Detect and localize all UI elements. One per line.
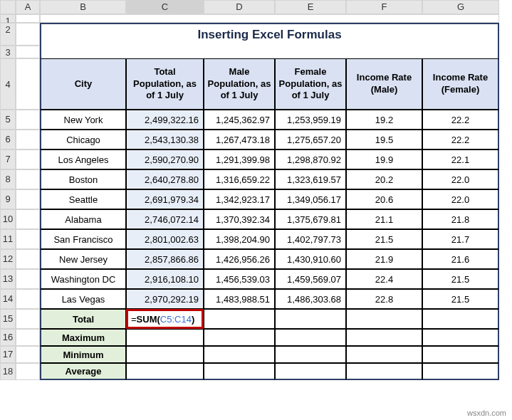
row-header-17[interactable]: 17 (0, 346, 16, 363)
cell-im-5[interactable]: 19.2 (346, 110, 422, 130)
cell-total-8[interactable]: 2,640,278.80 (126, 169, 204, 189)
row-header-3[interactable]: 3 (0, 46, 16, 58)
row-header-8[interactable]: 8 (0, 169, 16, 189)
cell-im-9[interactable]: 20.6 (346, 189, 422, 209)
cell-D18[interactable] (204, 363, 275, 380)
cell-male-6[interactable]: 1,267,473.18 (204, 130, 275, 149)
col-header-F[interactable]: F (346, 0, 422, 14)
row-header-2[interactable]: 2 (0, 23, 16, 46)
cell-male-11[interactable]: 1,398,204.90 (204, 229, 275, 249)
cell-C17[interactable] (126, 346, 204, 363)
cell-if-10[interactable]: 21.8 (422, 209, 499, 229)
col-header-A[interactable]: A (16, 0, 40, 14)
cell-if-14[interactable]: 21.5 (422, 289, 499, 309)
cell-im-7[interactable]: 19.9 (346, 149, 422, 169)
cell-male-12[interactable]: 1,426,956.26 (204, 249, 275, 269)
cell-A2[interactable] (16, 23, 40, 46)
cell-city-9[interactable]: Seattle (40, 189, 126, 209)
cell-E15[interactable] (275, 309, 346, 329)
col-header-B[interactable]: B (40, 0, 126, 14)
cell-A8[interactable] (16, 169, 40, 189)
cell-A11[interactable] (16, 229, 40, 249)
cell-if-13[interactable]: 21.5 (422, 269, 499, 289)
cell-A9[interactable] (16, 189, 40, 209)
row-header-13[interactable]: 13 (0, 269, 16, 289)
cell-A6[interactable] (16, 130, 40, 149)
cell-F16[interactable] (346, 329, 422, 346)
cell-A10[interactable] (16, 209, 40, 229)
cell-G15[interactable] (422, 309, 499, 329)
cell-total-5[interactable]: 2,499,322.16 (126, 110, 204, 130)
cell-E16[interactable] (275, 329, 346, 346)
cell-A3[interactable] (16, 46, 40, 58)
cell-E17[interactable] (275, 346, 346, 363)
row-header-6[interactable]: 6 (0, 130, 16, 149)
cell-im-13[interactable]: 22.4 (346, 269, 422, 289)
cell-city-13[interactable]: Washington DC (40, 269, 126, 289)
formula-cell-C15[interactable]: =SUM(C5:C14) (126, 309, 204, 329)
row-header-5[interactable]: 5 (0, 110, 16, 130)
cell-F17[interactable] (346, 346, 422, 363)
row-header-16[interactable]: 16 (0, 329, 16, 346)
cell-B1-G1[interactable] (40, 14, 499, 23)
cell-A18[interactable] (16, 363, 40, 380)
row-header-9[interactable]: 9 (0, 189, 16, 209)
cell-if-5[interactable]: 22.2 (422, 110, 499, 130)
cell-city-5[interactable]: New York (40, 110, 126, 130)
cell-if-6[interactable]: 22.2 (422, 130, 499, 149)
cell-D16[interactable] (204, 329, 275, 346)
cell-male-8[interactable]: 1,316,659.22 (204, 169, 275, 189)
cell-city-6[interactable]: Chicago (40, 130, 126, 149)
row-header-12[interactable]: 12 (0, 249, 16, 269)
cell-female-13[interactable]: 1,459,569.07 (275, 269, 346, 289)
cell-F15[interactable] (346, 309, 422, 329)
cell-im-6[interactable]: 19.5 (346, 130, 422, 149)
cell-total-14[interactable]: 2,970,292.19 (126, 289, 204, 309)
cell-A13[interactable] (16, 269, 40, 289)
cell-total-13[interactable]: 2,916,108.10 (126, 269, 204, 289)
row-header-1[interactable]: 1 (0, 14, 16, 23)
cell-A17[interactable] (16, 346, 40, 363)
cell-total-11[interactable]: 2,801,002.63 (126, 229, 204, 249)
cell-female-11[interactable]: 1,402,797.73 (275, 229, 346, 249)
row-header-10[interactable]: 10 (0, 209, 16, 229)
cell-im-11[interactable]: 21.5 (346, 229, 422, 249)
cell-city-10[interactable]: Alabama (40, 209, 126, 229)
row-header-4[interactable]: 4 (0, 58, 16, 110)
row-header-11[interactable]: 11 (0, 229, 16, 249)
cell-female-9[interactable]: 1,349,056.17 (275, 189, 346, 209)
cell-A5[interactable] (16, 110, 40, 130)
cell-total-7[interactable]: 2,590,270.90 (126, 149, 204, 169)
cell-total-10[interactable]: 2,746,072.14 (126, 209, 204, 229)
cell-im-12[interactable]: 21.9 (346, 249, 422, 269)
cell-A15[interactable] (16, 309, 40, 329)
cell-A14[interactable] (16, 289, 40, 309)
cell-D17[interactable] (204, 346, 275, 363)
cell-if-8[interactable]: 22.0 (422, 169, 499, 189)
cell-male-10[interactable]: 1,370,392.34 (204, 209, 275, 229)
cell-if-12[interactable]: 21.6 (422, 249, 499, 269)
cell-female-12[interactable]: 1,430,910.60 (275, 249, 346, 269)
spreadsheet-grid[interactable]: A B C D E F G 1 2 Inserting Excel Formul… (0, 0, 512, 110)
col-header-E[interactable]: E (275, 0, 346, 14)
cell-A16[interactable] (16, 329, 40, 346)
cell-G17[interactable] (422, 346, 499, 363)
cell-E18[interactable] (275, 363, 346, 380)
cell-male-7[interactable]: 1,291,399.98 (204, 149, 275, 169)
row-header-14[interactable]: 14 (0, 289, 16, 309)
cell-female-8[interactable]: 1,323,619.57 (275, 169, 346, 189)
col-header-D[interactable]: D (204, 0, 275, 14)
cell-C18[interactable] (126, 363, 204, 380)
cell-city-14[interactable]: Las Vegas (40, 289, 126, 309)
cell-female-10[interactable]: 1,375,679.81 (275, 209, 346, 229)
row-header-7[interactable]: 7 (0, 149, 16, 169)
cell-male-5[interactable]: 1,245,362.97 (204, 110, 275, 130)
cell-im-8[interactable]: 20.2 (346, 169, 422, 189)
cell-total-12[interactable]: 2,857,866.86 (126, 249, 204, 269)
select-all-corner[interactable] (0, 0, 16, 14)
cell-female-6[interactable]: 1,275,657.20 (275, 130, 346, 149)
cell-A7[interactable] (16, 149, 40, 169)
cell-city-12[interactable]: New Jersey (40, 249, 126, 269)
cell-F18[interactable] (346, 363, 422, 380)
cell-if-9[interactable]: 22.0 (422, 189, 499, 209)
